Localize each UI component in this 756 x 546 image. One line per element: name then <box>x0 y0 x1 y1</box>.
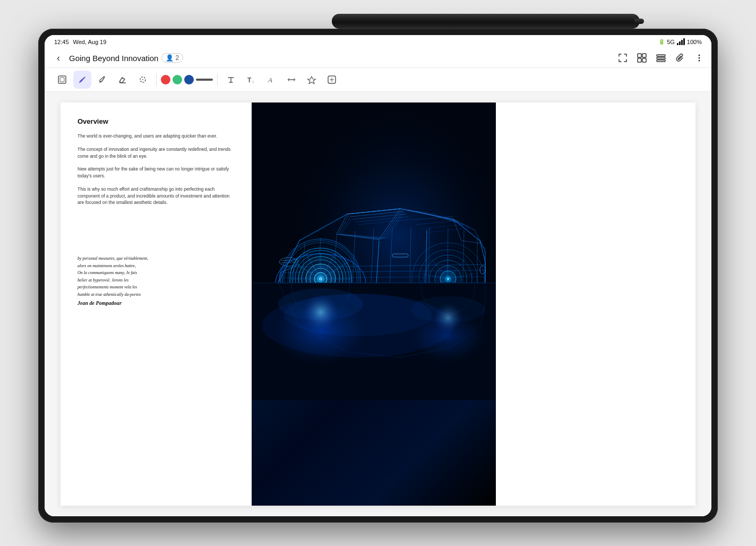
document-page: Overview The world is ever-changing, and… <box>61 103 695 506</box>
svg-rect-1 <box>642 54 646 57</box>
signal-text: 5G <box>667 39 675 45</box>
date: Wed, Aug 19 <box>73 39 107 45</box>
color-blue[interactable] <box>184 75 194 84</box>
document-title: Going Beyond Innovation <box>69 54 158 63</box>
select-tool-button[interactable] <box>53 71 71 89</box>
svg-rect-2 <box>638 58 641 62</box>
screen: 12:45 Wed, Aug 19 🔋 5G 100% <box>45 35 711 516</box>
back-button[interactable]: ‹ <box>51 50 66 65</box>
svg-point-121 <box>302 294 339 331</box>
paragraph-1: The world is ever-changing, and users ar… <box>78 133 237 140</box>
crop-icon[interactable] <box>617 52 629 64</box>
status-right: 🔋 5G 100% <box>658 38 702 45</box>
eraser-tool-button[interactable] <box>114 71 132 89</box>
text-size-tool[interactable]: T ↕ <box>242 71 260 89</box>
collaborators-badge[interactable]: 👤 2 <box>161 53 183 63</box>
svg-rect-11 <box>60 78 64 82</box>
collab-count: 2 <box>175 54 179 62</box>
signal-bars <box>677 38 685 45</box>
svg-point-9 <box>699 60 700 62</box>
signal-bar-4 <box>683 38 685 45</box>
signal-bar-3 <box>681 40 683 45</box>
list-view-icon[interactable] <box>655 52 667 64</box>
app-bar: ‹ Going Beyond Innovation 👤 2 <box>45 48 711 68</box>
svg-point-8 <box>699 57 700 59</box>
content-area: Overview The world is ever-changing, and… <box>45 92 711 516</box>
svg-text:T: T <box>247 76 252 84</box>
paint-tool[interactable] <box>323 71 341 89</box>
grid-view-icon[interactable] <box>636 52 648 64</box>
car-image-area <box>252 103 496 506</box>
pen-tool-button[interactable] <box>73 71 91 89</box>
separator-2 <box>217 73 218 86</box>
svg-rect-4 <box>657 55 665 56</box>
font-tool[interactable]: A <box>262 71 280 89</box>
device-wrapper: 12:45 Wed, Aug 19 🔋 5G 100% <box>38 23 718 523</box>
svg-rect-3 <box>642 58 646 62</box>
color-green[interactable] <box>173 75 182 84</box>
svg-point-7 <box>699 55 700 56</box>
shape-tool[interactable] <box>303 71 321 89</box>
svg-rect-10 <box>58 76 66 83</box>
svg-rect-5 <box>657 57 665 59</box>
separator-1 <box>156 73 157 86</box>
signal-bar-2 <box>679 41 681 45</box>
pencil-tool-button[interactable] <box>93 71 111 89</box>
paragraph-4: This is why so much effort and craftsman… <box>78 186 237 206</box>
svg-text:A: A <box>268 76 272 84</box>
battery-text: 100% <box>687 39 702 45</box>
time: 12:45 <box>54 39 69 45</box>
stylus <box>332 14 640 29</box>
svg-point-122 <box>433 303 463 332</box>
svg-rect-0 <box>638 54 641 57</box>
handwriting-text: by personal measures, que véritablement,… <box>78 244 237 308</box>
person-icon: 👤 <box>166 54 174 62</box>
text-select-tool[interactable] <box>222 71 240 89</box>
lasso-tool-button[interactable] <box>134 71 152 89</box>
app-bar-left: ‹ Going Beyond Innovation 👤 2 <box>51 50 613 65</box>
document-text-area: Overview The world is ever-changing, and… <box>61 103 252 506</box>
overview-title: Overview <box>78 117 237 125</box>
car-wireframe-image <box>252 103 496 506</box>
svg-text:↕: ↕ <box>252 80 254 83</box>
status-bar: 12:45 Wed, Aug 19 🔋 5G 100% <box>45 35 711 48</box>
app-bar-right <box>617 52 705 64</box>
more-options-icon[interactable] <box>693 52 705 64</box>
color-red[interactable] <box>161 75 170 84</box>
attach-icon[interactable] <box>674 52 686 64</box>
signal-icon: 🔋 <box>658 39 665 45</box>
stroke-width-selector[interactable] <box>196 79 213 81</box>
tablet-body: 12:45 Wed, Aug 19 🔋 5G 100% <box>38 29 718 523</box>
toolbar: T ↕ A <box>45 68 711 92</box>
signal-bar-1 <box>677 43 678 45</box>
svg-point-14 <box>142 79 143 80</box>
spacing-tool[interactable] <box>282 71 300 89</box>
paragraph-2: The concept of innovation and ingenuity … <box>78 146 237 160</box>
paragraph-3: New attempts just for the sake of being … <box>78 166 237 180</box>
svg-rect-6 <box>657 60 665 62</box>
status-left: 12:45 Wed, Aug 19 <box>54 39 106 45</box>
